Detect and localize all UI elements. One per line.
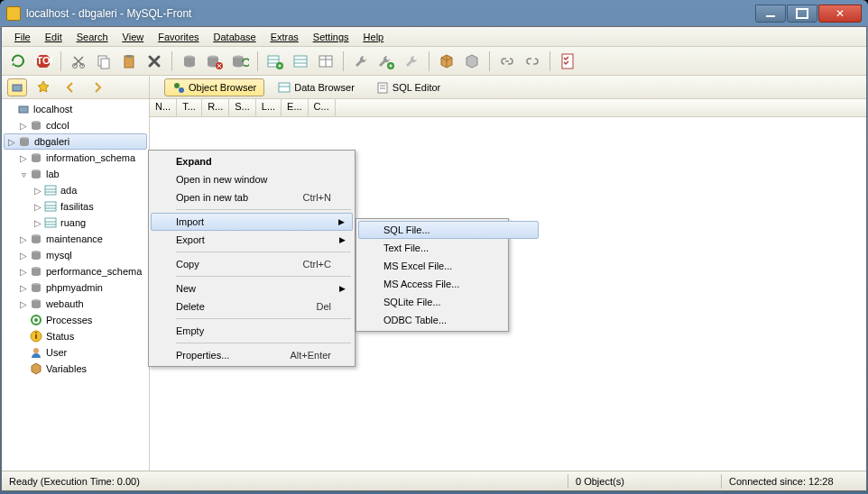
window-title: localhost - dbgaleri - MySQL-Front bbox=[26, 7, 754, 20]
tree-item[interactable]: ▷phpmyadmin bbox=[2, 279, 149, 296]
tab-data-browser[interactable]: Data Browser bbox=[270, 78, 363, 96]
tree-item[interactable]: ▷mysql bbox=[2, 247, 149, 263]
table2-icon[interactable] bbox=[315, 50, 337, 72]
tree-item[interactable]: Variables bbox=[2, 361, 149, 377]
menu-view[interactable]: View bbox=[115, 30, 152, 46]
menu-item[interactable]: Open in new tabCtrl+N bbox=[151, 188, 353, 206]
svg-rect-30 bbox=[45, 186, 56, 195]
table-icon[interactable] bbox=[290, 50, 311, 72]
db-refresh-icon[interactable] bbox=[229, 50, 251, 72]
tree-label: Processes bbox=[46, 315, 92, 325]
wrench-icon[interactable] bbox=[350, 50, 372, 72]
menu-item[interactable]: ODBC Table... bbox=[358, 311, 539, 329]
column-header[interactable]: R... bbox=[202, 99, 229, 116]
menu-item[interactable]: Export▶ bbox=[151, 231, 353, 249]
tree-label: webauth bbox=[46, 298, 84, 309]
cube2-icon[interactable] bbox=[461, 50, 483, 72]
titlebar[interactable]: localhost - dbgaleri - MySQL-Front ✕ bbox=[1, 1, 867, 26]
column-header[interactable]: S... bbox=[229, 99, 256, 116]
cube-icon[interactable] bbox=[436, 50, 457, 72]
tree-item[interactable]: Processes bbox=[2, 312, 149, 328]
delete-icon[interactable] bbox=[143, 50, 165, 72]
link-icon[interactable] bbox=[496, 50, 518, 72]
db-icon bbox=[17, 135, 32, 148]
menu-extras[interactable]: Extras bbox=[263, 30, 306, 46]
tree-item[interactable]: ▷maintenance bbox=[2, 231, 149, 247]
tree-item[interactable]: ▷performance_schema bbox=[2, 263, 149, 279]
menu-item[interactable]: Open in new window bbox=[151, 170, 353, 188]
tab-label: Data Browser bbox=[294, 82, 355, 93]
tbl-icon bbox=[43, 200, 58, 213]
host-icon[interactable] bbox=[7, 78, 27, 96]
import-submenu[interactable]: SQL File...Text File...MS Excel File...M… bbox=[356, 218, 509, 332]
column-header[interactable]: C... bbox=[309, 99, 336, 116]
tree-item[interactable]: ▷fasilitas bbox=[2, 198, 149, 215]
tree-item[interactable]: User bbox=[2, 344, 149, 361]
link2-icon[interactable] bbox=[522, 50, 543, 72]
star-icon[interactable] bbox=[32, 77, 54, 98]
tab-sql-editor[interactable]: SQL Editor bbox=[368, 78, 448, 96]
svg-point-48 bbox=[35, 332, 37, 334]
menu-item[interactable]: Text File... bbox=[358, 239, 539, 257]
refresh-icon[interactable] bbox=[7, 50, 29, 72]
tree-label: phpmyadmin bbox=[46, 282, 103, 293]
tree-item[interactable]: ▷ruang bbox=[2, 215, 149, 231]
column-header[interactable]: L... bbox=[256, 99, 282, 116]
db-icon[interactable] bbox=[179, 50, 200, 72]
maximize-button[interactable] bbox=[787, 5, 817, 23]
db-delete-icon[interactable] bbox=[204, 50, 226, 72]
menu-item[interactable]: CopyCtrl+C bbox=[151, 255, 353, 273]
tree-root[interactable]: localhost bbox=[2, 101, 149, 117]
wrench2-icon[interactable] bbox=[401, 50, 422, 72]
menu-search[interactable]: Search bbox=[69, 30, 115, 46]
menu-item[interactable]: DeleteDel bbox=[151, 297, 353, 316]
paste-icon[interactable] bbox=[118, 50, 140, 72]
tree-item[interactable]: ▷information_schema bbox=[2, 150, 149, 166]
sql-editor-icon bbox=[376, 81, 389, 94]
cut-icon[interactable] bbox=[68, 50, 89, 72]
tree-label: maintenance bbox=[46, 233, 103, 244]
menu-item[interactable]: Import▶ bbox=[151, 213, 353, 231]
tree-item[interactable]: ▷dbgaleri bbox=[4, 133, 147, 150]
nav-fwd-icon[interactable] bbox=[87, 77, 108, 98]
svg-rect-47 bbox=[35, 334, 37, 339]
stop-icon[interactable]: STOP bbox=[32, 50, 54, 72]
tree-item[interactable]: ▷ada bbox=[2, 182, 149, 198]
menu-item[interactable]: SQL File... bbox=[358, 221, 539, 239]
tab-object-browser[interactable]: Object Browser bbox=[164, 78, 264, 96]
checklist-icon[interactable] bbox=[557, 50, 578, 72]
menu-database[interactable]: Database bbox=[207, 30, 263, 46]
menu-item[interactable]: MS Access File... bbox=[358, 275, 539, 293]
context-menu[interactable]: ExpandOpen in new windowOpen in new tabC… bbox=[148, 150, 356, 367]
tree-item[interactable]: ▷webauth bbox=[2, 296, 149, 312]
close-button[interactable]: ✕ bbox=[818, 5, 862, 23]
menu-item[interactable]: SQLite File... bbox=[358, 293, 539, 311]
menu-favorites[interactable]: Favorites bbox=[151, 30, 206, 46]
menu-settings[interactable]: Settings bbox=[306, 30, 356, 46]
db-icon bbox=[29, 119, 43, 132]
column-header[interactable]: E... bbox=[282, 99, 309, 116]
column-header[interactable]: T... bbox=[177, 99, 202, 116]
tbl-icon bbox=[43, 216, 58, 229]
nav-back-icon[interactable] bbox=[60, 77, 81, 98]
menu-item[interactable]: New▶ bbox=[151, 279, 353, 297]
tree[interactable]: localhost▷cdcol▷dbgaleri▷information_sch… bbox=[2, 99, 149, 379]
tree-label: mysql bbox=[46, 250, 72, 261]
menu-item[interactable]: Properties...Alt+Enter bbox=[151, 346, 353, 364]
menu-item[interactable]: Empty bbox=[151, 322, 353, 340]
column-header[interactable]: N... bbox=[150, 99, 177, 116]
stat-icon bbox=[29, 330, 43, 343]
menu-edit[interactable]: Edit bbox=[38, 30, 69, 46]
app-icon bbox=[6, 6, 21, 21]
menu-help[interactable]: Help bbox=[356, 30, 392, 46]
minimize-button[interactable] bbox=[755, 5, 786, 23]
tree-item[interactable]: ▷cdcol bbox=[2, 117, 149, 133]
tree-item[interactable]: ▿lab bbox=[2, 166, 149, 182]
table-add-icon[interactable] bbox=[264, 50, 286, 72]
copy-icon[interactable] bbox=[93, 50, 115, 72]
wrench-add-icon[interactable] bbox=[375, 50, 397, 72]
tree-item[interactable]: Status bbox=[2, 328, 149, 344]
menu-file[interactable]: File bbox=[7, 30, 38, 46]
menu-item[interactable]: Expand bbox=[151, 152, 353, 170]
menu-item[interactable]: MS Excel File... bbox=[358, 257, 539, 275]
